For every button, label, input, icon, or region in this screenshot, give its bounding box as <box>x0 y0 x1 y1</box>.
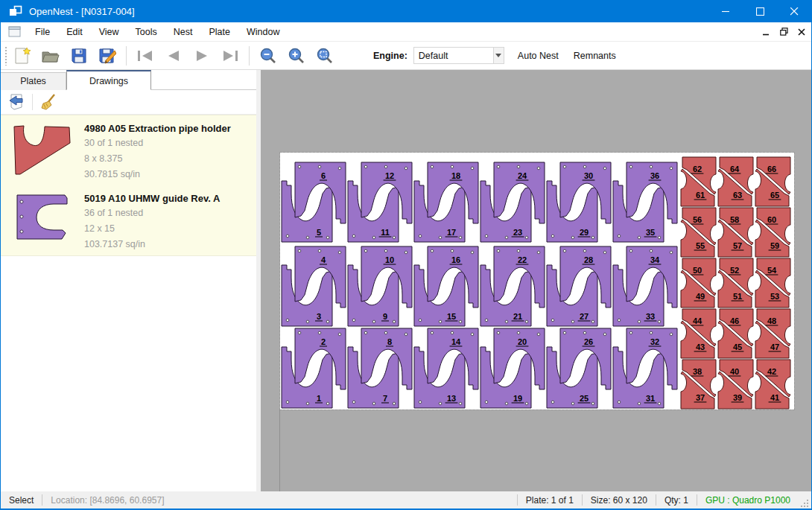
drawings-list: 4980 A05 Extraction pipe holder 30 of 1 … <box>1 115 256 256</box>
save-button[interactable] <box>67 45 91 67</box>
part-number: 18 <box>451 171 460 180</box>
drill-hole <box>650 165 653 168</box>
drill-hole <box>485 401 488 404</box>
drill-hole <box>591 402 594 405</box>
menu-tools[interactable]: Tools <box>127 22 165 42</box>
part-number: 42 <box>767 367 776 376</box>
drill-hole <box>670 167 673 170</box>
mdi-close-button[interactable] <box>793 25 810 39</box>
part-number: 48 <box>767 316 776 325</box>
clear-drawings-button[interactable] <box>38 92 59 112</box>
part-number: 2 <box>321 337 326 346</box>
resize-grip[interactable] <box>800 499 809 508</box>
toolbar-separator <box>126 46 127 66</box>
close-button[interactable] <box>777 0 811 22</box>
tab-drawings[interactable]: Drawings <box>66 70 151 90</box>
part-number: 24 <box>518 171 527 180</box>
zoom-in-button[interactable] <box>285 45 308 67</box>
plate-sheet[interactable]: 6543211211109871817161514132423222120193… <box>280 153 794 409</box>
drill-hole <box>517 331 520 334</box>
auto-nest-button[interactable]: Auto Nest <box>510 45 566 66</box>
tab-plates[interactable]: Plates <box>1 72 66 90</box>
drill-hole <box>338 167 341 170</box>
drill-hole <box>318 331 321 334</box>
menu-nest[interactable]: Nest <box>165 22 201 42</box>
nest-canvas[interactable]: 6543211211109871817161514132423222120193… <box>261 70 811 491</box>
drill-hole <box>431 331 434 334</box>
list-item[interactable]: 5019 A10 UHMW guide Rev. A 36 of 1 neste… <box>1 185 256 255</box>
maximize-button[interactable] <box>743 0 777 22</box>
mdi-minimize-button[interactable] <box>758 25 774 39</box>
menu-edit[interactable]: Edit <box>58 22 91 42</box>
drill-hole <box>451 165 454 168</box>
drill-hole <box>505 402 508 405</box>
part-number: 21 <box>513 312 522 321</box>
zoom-fit-icon <box>317 48 333 64</box>
drill-hole <box>591 320 594 323</box>
mdi-restore-icon <box>780 28 788 36</box>
drill-hole <box>603 333 606 336</box>
part-number: 41 <box>770 393 779 402</box>
part-title: 4980 A05 Extraction pipe holder <box>84 123 256 134</box>
menu-view[interactable]: View <box>91 22 127 42</box>
purple-pair: 1817 <box>414 162 478 242</box>
open-button[interactable] <box>39 45 63 67</box>
new-document-icon <box>14 47 31 65</box>
part-number: 64 <box>730 165 740 173</box>
drill-hole <box>525 320 528 323</box>
remnants-button[interactable]: Remnants <box>566 45 624 66</box>
part-number: 20 <box>518 337 527 346</box>
first-plate-button[interactable] <box>133 45 157 67</box>
drill-hole <box>405 167 407 170</box>
part-number: 25 <box>580 394 589 403</box>
last-plate-button[interactable] <box>218 45 242 67</box>
purple-pair: 3231 <box>613 328 677 408</box>
part-number: 31 <box>646 394 655 403</box>
list-item[interactable]: 4980 A05 Extraction pipe holder 30 of 1 … <box>1 115 256 185</box>
mdi-restore-button[interactable] <box>775 25 792 39</box>
new-button[interactable] <box>10 45 34 67</box>
next-plate-button[interactable] <box>190 45 214 67</box>
toolbar-grip[interactable] <box>4 46 8 66</box>
drill-hole <box>298 165 301 168</box>
status-qty: Qty: 1 <box>656 495 697 506</box>
chevron-down-icon <box>495 54 501 57</box>
menu-window[interactable]: Window <box>238 22 288 42</box>
engine-combobox[interactable]: Default <box>413 47 504 64</box>
drill-hole <box>551 235 554 238</box>
import-drawing-button[interactable] <box>6 92 27 112</box>
zoom-fit-button[interactable] <box>313 45 337 67</box>
part-number: 6 <box>321 171 326 180</box>
purple-pair: 2625 <box>547 328 611 408</box>
drill-hole <box>670 251 673 254</box>
part-number: 65 <box>770 191 779 200</box>
status-bar: Select Location: [84.8696, 60.6957] Plat… <box>1 491 811 510</box>
part-nested-count: 30 of 1 nested <box>84 137 256 150</box>
drill-hole <box>326 402 329 405</box>
combo-arrow-box[interactable] <box>493 48 504 63</box>
purple-pair: 43 <box>282 246 346 326</box>
previous-arrow-icon <box>165 49 182 63</box>
minimize-button[interactable] <box>708 0 743 22</box>
nest-layout: 6543211211109871817161514132423222120193… <box>280 153 794 409</box>
part-number: 39 <box>733 393 742 402</box>
drill-hole <box>485 235 488 238</box>
previous-plate-button[interactable] <box>162 45 185 67</box>
drill-hole <box>439 320 442 323</box>
drill-hole <box>384 165 387 168</box>
part-number: 3 <box>317 312 321 321</box>
menu-plate[interactable]: Plate <box>200 22 238 42</box>
red-pair: 5655 <box>681 208 716 257</box>
drill-hole <box>338 333 341 336</box>
save-as-button[interactable] <box>95 45 119 67</box>
part-number: 17 <box>447 228 456 237</box>
purple-pair: 21 <box>282 328 346 408</box>
toolbar-separator <box>249 46 250 66</box>
menu-file[interactable]: File <box>27 22 58 42</box>
zoom-out-button[interactable] <box>256 45 280 67</box>
status-right-group: Plate: 1 of 1 Size: 60 x 120 Qty: 1 GPU … <box>517 493 811 508</box>
part-number: 30 <box>584 171 593 180</box>
part-number: 63 <box>733 191 742 200</box>
drill-hole <box>393 402 396 405</box>
part-number: 19 <box>513 394 522 403</box>
